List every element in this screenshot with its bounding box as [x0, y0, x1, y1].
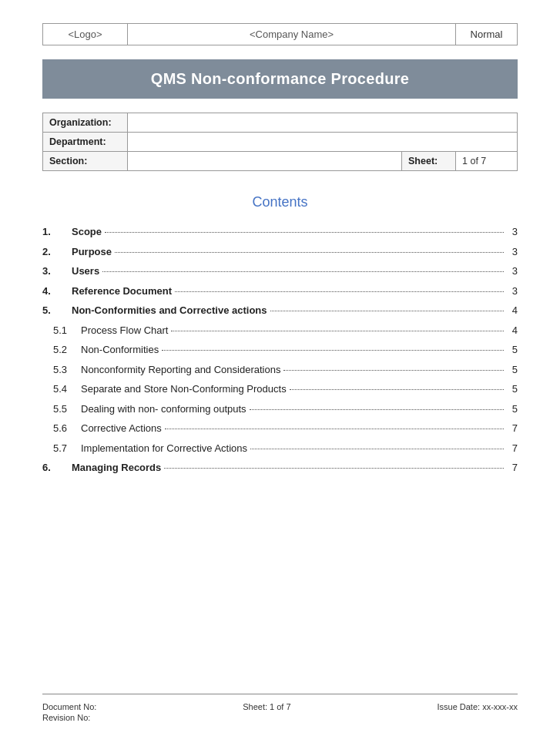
- sheet-label: Sheet:: [402, 152, 456, 171]
- toc-number: 1.: [42, 224, 72, 240]
- toc-page: 4: [507, 303, 518, 318]
- toc-number: 5.1: [42, 323, 81, 338]
- toc-dots: [164, 468, 504, 469]
- footer-right: Issue Date: xx-xxx-xx: [437, 702, 518, 722]
- footer-center: Sheet: 1 of 7: [243, 702, 290, 722]
- toc-number: 5.7: [42, 441, 81, 456]
- toc-item: 6.Managing Records7: [42, 460, 518, 476]
- contents-title: Contents: [42, 194, 518, 210]
- toc-number: 5.4: [42, 382, 81, 397]
- toc-page: 3: [507, 244, 518, 260]
- toc-dots: [250, 409, 504, 410]
- toc-number: 2.: [42, 244, 72, 260]
- footer-sheet: Sheet: 1 of 7: [243, 702, 290, 711]
- table-of-contents: 1.Scope32.Purpose33.Users34.Reference Do…: [42, 224, 518, 480]
- toc-text: Reference Document: [72, 284, 172, 299]
- toc-number: 5.2: [42, 342, 81, 358]
- toc-number: 6.: [42, 460, 72, 476]
- toc-dots: [165, 429, 504, 429]
- toc-number: 5.5: [42, 402, 81, 417]
- toc-dots: [171, 331, 504, 331]
- toc-page: 7: [507, 421, 518, 436]
- org-value: [128, 113, 518, 133]
- info-table: Organization: Department: Section: Sheet…: [42, 113, 518, 171]
- toc-item: 4.Reference Document3: [42, 284, 518, 299]
- toc-page: 3: [507, 224, 518, 240]
- toc-text: Non-Conformities and Corrective actions: [72, 303, 267, 318]
- title-banner: QMS Non-conformance Procedure: [42, 59, 518, 99]
- footer-issue: Issue Date: xx-xxx-xx: [437, 702, 518, 711]
- toc-text: Scope: [72, 224, 102, 240]
- toc-item: 5.1Process Flow Chart4: [42, 323, 518, 338]
- toc-page: 5: [507, 362, 518, 378]
- logo-cell: <Logo>: [43, 24, 128, 45]
- toc-item: 5.7Implementation for Corrective Actions…: [42, 441, 518, 456]
- toc-text: Non-Conformities: [81, 342, 159, 358]
- toc-text: Managing Records: [72, 460, 161, 476]
- toc-page: 7: [507, 460, 518, 476]
- section-value: [128, 152, 402, 171]
- toc-dots: [175, 291, 504, 292]
- normal-cell: Normal: [456, 24, 518, 45]
- toc-text: Users: [72, 264, 99, 279]
- toc-text: Nonconformity Reporting and Consideratio…: [81, 362, 280, 378]
- footer: Document No: Revision No: Sheet: 1 of 7 …: [42, 694, 518, 722]
- toc-dots: [290, 389, 504, 390]
- toc-dots: [105, 232, 504, 233]
- toc-number: 4.: [42, 284, 72, 299]
- toc-page: 5: [507, 402, 518, 417]
- toc-item: 2.Purpose3: [42, 244, 518, 260]
- org-label: Organization:: [43, 113, 128, 133]
- toc-page: 7: [507, 441, 518, 456]
- toc-page: 3: [507, 264, 518, 279]
- dept-label: Department:: [43, 133, 128, 152]
- normal-text: Normal: [471, 29, 503, 40]
- toc-item: 5.3Nonconformity Reporting and Considera…: [42, 362, 518, 378]
- toc-number: 3.: [42, 264, 72, 279]
- toc-item: 1.Scope3: [42, 224, 518, 240]
- toc-item: 5.5Dealing with non- conforming outputs5: [42, 402, 518, 417]
- header-table: <Logo> <Company Name> Normal: [42, 23, 518, 45]
- toc-dots: [102, 271, 504, 272]
- toc-item: 5.6Corrective Actions7: [42, 421, 518, 436]
- page: <Logo> <Company Name> Normal QMS Non-con…: [0, 0, 560, 753]
- footer-left: Document No: Revision No:: [42, 702, 96, 722]
- toc-page: 5: [507, 382, 518, 397]
- toc-item: 5.2Non-Conformities5: [42, 342, 518, 358]
- toc-page: 4: [507, 323, 518, 338]
- toc-page: 3: [507, 284, 518, 299]
- toc-dots: [250, 449, 504, 449]
- doc-no-label: Document No:: [42, 702, 96, 711]
- toc-text: Dealing with non- conforming outputs: [81, 402, 246, 417]
- toc-number: 5.3: [42, 362, 81, 378]
- company-name: <Company Name>: [250, 29, 334, 40]
- toc-text: Purpose: [72, 244, 112, 260]
- rev-no-label: Revision No:: [42, 713, 96, 722]
- toc-text: Implementation for Corrective Actions: [81, 441, 247, 456]
- toc-dots: [270, 311, 504, 311]
- toc-dots: [283, 370, 504, 371]
- toc-item: 5.4Separate and Store Non-Conforming Pro…: [42, 382, 518, 397]
- dept-value: [128, 133, 518, 152]
- document-title: QMS Non-conformance Procedure: [151, 70, 409, 87]
- logo-text: <Logo>: [68, 29, 102, 40]
- toc-number: 5.: [42, 303, 72, 318]
- toc-dots: [115, 252, 504, 253]
- toc-item: 3.Users3: [42, 264, 518, 279]
- toc-number: 5.6: [42, 421, 81, 436]
- section-label: Section:: [43, 152, 128, 171]
- sheet-value: 1 of 7: [456, 152, 518, 171]
- toc-page: 5: [507, 342, 518, 358]
- toc-text: Separate and Store Non-Conforming Produc…: [81, 382, 287, 397]
- toc-text: Process Flow Chart: [81, 323, 168, 338]
- company-cell: <Company Name>: [128, 24, 456, 45]
- toc-dots: [162, 350, 504, 351]
- toc-text: Corrective Actions: [81, 421, 162, 436]
- toc-item: 5.Non-Conformities and Corrective action…: [42, 303, 518, 318]
